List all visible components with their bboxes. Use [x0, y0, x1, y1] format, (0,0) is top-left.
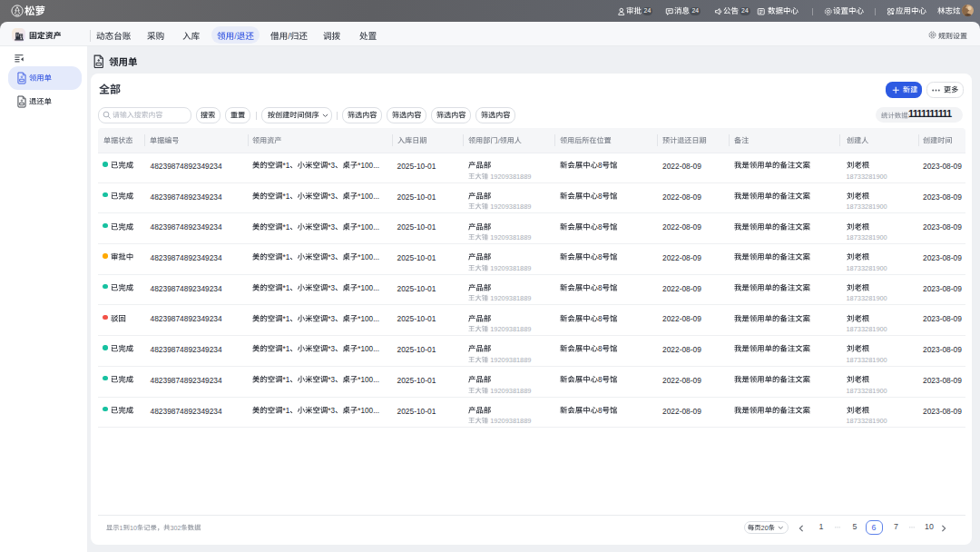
svg-text:*100...: *100...: [358, 314, 379, 322]
svg-text:*100...: *100...: [358, 162, 379, 170]
svg-text:*3: *3: [328, 314, 335, 322]
svg-text:*3: *3: [328, 162, 335, 170]
svg-text:*1: *1: [282, 314, 289, 322]
svg-text:*1: *1: [282, 345, 289, 353]
svg-text:19209381889: 19209381889: [488, 417, 531, 425]
svg-text:10: 10: [129, 524, 136, 532]
svg-text:8: 8: [598, 284, 603, 292]
svg-text:8: 8: [598, 162, 603, 170]
svg-text:*3: *3: [328, 222, 335, 231]
svg-text:*1: *1: [282, 192, 289, 201]
svg-text:/: /: [234, 32, 237, 41]
svg-text:*1: *1: [282, 284, 289, 292]
svg-text:*100...: *100...: [358, 376, 379, 384]
svg-text:*1: *1: [282, 162, 289, 170]
svg-text:19209381889: 19209381889: [488, 386, 531, 394]
svg-text:*3: *3: [328, 376, 335, 384]
svg-text:8: 8: [598, 376, 603, 384]
svg-text:*1: *1: [282, 253, 289, 261]
svg-text:*3: *3: [328, 192, 335, 201]
svg-text:19209381889: 19209381889: [488, 294, 531, 302]
svg-text:*3: *3: [328, 284, 335, 292]
svg-text:*3: *3: [328, 407, 335, 415]
svg-text:*100...: *100...: [358, 192, 379, 201]
svg-text:8: 8: [598, 222, 603, 231]
svg-text:8: 8: [598, 192, 603, 201]
svg-text:*3: *3: [328, 345, 335, 353]
svg-text:302: 302: [170, 524, 181, 532]
svg-text:*100...: *100...: [358, 407, 379, 415]
svg-text:19209381889: 19209381889: [488, 172, 531, 180]
svg-text:*100...: *100...: [358, 253, 379, 261]
svg-text:19209381889: 19209381889: [488, 202, 531, 211]
svg-text:*3: *3: [328, 253, 335, 261]
svg-text:19209381889: 19209381889: [488, 263, 531, 271]
svg-text:*1: *1: [282, 376, 289, 384]
svg-text:*1: *1: [282, 222, 289, 231]
svg-text:*100...: *100...: [358, 284, 379, 292]
svg-text:20: 20: [761, 523, 769, 531]
svg-text:1: 1: [119, 524, 122, 532]
svg-text:/: /: [497, 136, 500, 144]
svg-text:19209381889: 19209381889: [488, 233, 531, 242]
svg-text:8: 8: [598, 314, 603, 322]
svg-text:8: 8: [598, 253, 603, 261]
svg-text:8: 8: [598, 407, 603, 415]
svg-text:19209381889: 19209381889: [488, 325, 531, 333]
svg-text:*1: *1: [282, 407, 289, 415]
svg-text:*100...: *100...: [358, 222, 379, 231]
svg-text:/: /: [288, 32, 290, 41]
svg-text:8: 8: [598, 345, 603, 353]
svg-text:19209381889: 19209381889: [488, 356, 531, 364]
svg-text:*100...: *100...: [358, 345, 379, 353]
